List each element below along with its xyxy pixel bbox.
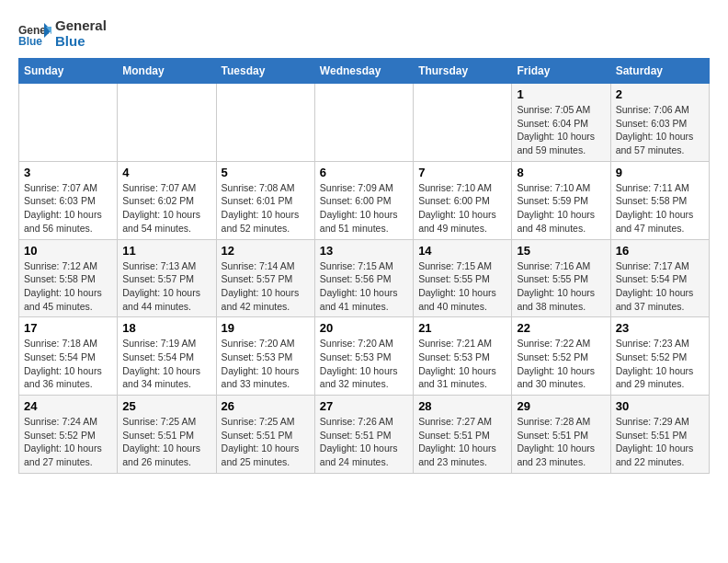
day-info: Sunrise: 7:24 AM Sunset: 5:52 PM Dayligh… (24, 415, 112, 469)
calendar-cell: 29Sunrise: 7:28 AM Sunset: 5:51 PM Dayli… (512, 396, 610, 474)
day-number: 23 (616, 321, 704, 335)
calendar-cell: 3Sunrise: 7:07 AM Sunset: 6:03 PM Daylig… (19, 161, 118, 239)
day-number: 11 (122, 244, 210, 258)
calendar-cell (216, 84, 314, 162)
day-number: 5 (222, 166, 310, 179)
day-number: 14 (418, 244, 506, 258)
calendar-cell: 9Sunrise: 7:11 AM Sunset: 5:58 PM Daylig… (610, 161, 709, 239)
calendar-week-row: 24Sunrise: 7:24 AM Sunset: 5:52 PM Dayli… (19, 396, 710, 474)
day-number: 30 (616, 399, 704, 413)
day-number: 7 (418, 166, 506, 179)
day-number: 15 (517, 244, 605, 258)
calendar-cell (118, 84, 216, 162)
calendar-cell: 24Sunrise: 7:24 AM Sunset: 5:52 PM Dayli… (19, 396, 118, 474)
calendar-cell: 30Sunrise: 7:29 AM Sunset: 5:51 PM Dayli… (610, 396, 709, 474)
day-number: 12 (222, 244, 310, 258)
calendar-cell: 14Sunrise: 7:15 AM Sunset: 5:55 PM Dayli… (414, 239, 512, 317)
day-info: Sunrise: 7:25 AM Sunset: 5:51 PM Dayligh… (222, 415, 310, 469)
day-number: 18 (122, 321, 210, 335)
day-info: Sunrise: 7:21 AM Sunset: 5:53 PM Dayligh… (418, 337, 506, 391)
svg-text:Blue: Blue (18, 35, 42, 47)
calendar-cell: 21Sunrise: 7:21 AM Sunset: 5:53 PM Dayli… (414, 317, 512, 396)
calendar-cell (19, 84, 118, 162)
day-number: 9 (616, 166, 704, 179)
day-number: 8 (517, 166, 605, 179)
calendar-cell: 19Sunrise: 7:20 AM Sunset: 5:53 PM Dayli… (216, 317, 314, 396)
calendar-cell: 18Sunrise: 7:19 AM Sunset: 5:54 PM Dayli… (118, 317, 216, 396)
day-info: Sunrise: 7:06 AM Sunset: 6:03 PM Dayligh… (616, 103, 704, 157)
calendar-cell: 28Sunrise: 7:27 AM Sunset: 5:51 PM Dayli… (414, 396, 512, 474)
calendar-cell: 7Sunrise: 7:10 AM Sunset: 6:00 PM Daylig… (414, 161, 512, 239)
calendar-week-row: 1Sunrise: 7:05 AM Sunset: 6:04 PM Daylig… (19, 84, 710, 162)
day-number: 20 (320, 321, 408, 335)
calendar-cell: 25Sunrise: 7:25 AM Sunset: 5:51 PM Dayli… (118, 396, 216, 474)
day-info: Sunrise: 7:08 AM Sunset: 6:01 PM Dayligh… (222, 181, 310, 236)
day-number: 4 (122, 166, 210, 179)
day-info: Sunrise: 7:15 AM Sunset: 5:55 PM Dayligh… (418, 259, 506, 314)
day-info: Sunrise: 7:05 AM Sunset: 6:04 PM Dayligh… (517, 103, 605, 157)
calendar-cell (414, 84, 512, 162)
day-info: Sunrise: 7:27 AM Sunset: 5:51 PM Dayligh… (418, 415, 506, 469)
logo-general: General (55, 17, 107, 33)
calendar-cell: 22Sunrise: 7:22 AM Sunset: 5:52 PM Dayli… (512, 317, 610, 396)
logo-blue: Blue (55, 33, 85, 49)
day-number: 13 (320, 244, 408, 258)
calendar-cell: 4Sunrise: 7:07 AM Sunset: 6:02 PM Daylig… (118, 161, 216, 239)
day-info: Sunrise: 7:09 AM Sunset: 6:00 PM Dayligh… (320, 181, 408, 236)
day-info: Sunrise: 7:15 AM Sunset: 5:56 PM Dayligh… (320, 259, 408, 314)
column-header-monday: Monday (118, 59, 216, 84)
calendar-cell: 17Sunrise: 7:18 AM Sunset: 5:54 PM Dayli… (19, 317, 118, 396)
day-number: 6 (320, 166, 408, 179)
day-number: 22 (517, 321, 605, 335)
calendar-week-row: 17Sunrise: 7:18 AM Sunset: 5:54 PM Dayli… (19, 317, 710, 396)
calendar-cell: 10Sunrise: 7:12 AM Sunset: 5:58 PM Dayli… (19, 239, 118, 317)
day-info: Sunrise: 7:16 AM Sunset: 5:55 PM Dayligh… (517, 259, 605, 314)
day-info: Sunrise: 7:14 AM Sunset: 5:57 PM Dayligh… (222, 259, 310, 314)
calendar-header-row: SundayMondayTuesdayWednesdayThursdayFrid… (19, 59, 710, 84)
day-info: Sunrise: 7:20 AM Sunset: 5:53 PM Dayligh… (222, 337, 310, 391)
calendar-cell: 1Sunrise: 7:05 AM Sunset: 6:04 PM Daylig… (512, 84, 610, 162)
calendar-cell (314, 84, 413, 162)
day-number: 24 (24, 399, 112, 413)
day-info: Sunrise: 7:10 AM Sunset: 6:00 PM Dayligh… (418, 181, 506, 236)
day-info: Sunrise: 7:07 AM Sunset: 6:03 PM Dayligh… (24, 181, 112, 236)
calendar-cell: 6Sunrise: 7:09 AM Sunset: 6:00 PM Daylig… (314, 161, 413, 239)
day-info: Sunrise: 7:13 AM Sunset: 5:57 PM Dayligh… (122, 259, 210, 314)
calendar-cell: 8Sunrise: 7:10 AM Sunset: 5:59 PM Daylig… (512, 161, 610, 239)
column-header-friday: Friday (512, 59, 610, 84)
column-header-saturday: Saturday (610, 59, 709, 84)
calendar-cell: 13Sunrise: 7:15 AM Sunset: 5:56 PM Dayli… (314, 239, 413, 317)
day-info: Sunrise: 7:28 AM Sunset: 5:51 PM Dayligh… (517, 415, 605, 469)
day-info: Sunrise: 7:11 AM Sunset: 5:58 PM Dayligh… (616, 181, 704, 236)
day-number: 29 (517, 399, 605, 413)
column-header-sunday: Sunday (19, 59, 118, 84)
day-info: Sunrise: 7:19 AM Sunset: 5:54 PM Dayligh… (122, 337, 210, 391)
day-info: Sunrise: 7:12 AM Sunset: 5:58 PM Dayligh… (24, 259, 112, 314)
day-number: 25 (122, 399, 210, 413)
calendar-cell: 23Sunrise: 7:23 AM Sunset: 5:52 PM Dayli… (610, 317, 709, 396)
calendar-cell: 12Sunrise: 7:14 AM Sunset: 5:57 PM Dayli… (216, 239, 314, 317)
day-info: Sunrise: 7:20 AM Sunset: 5:53 PM Dayligh… (320, 337, 408, 391)
day-number: 16 (616, 244, 704, 258)
calendar-cell: 26Sunrise: 7:25 AM Sunset: 5:51 PM Dayli… (216, 396, 314, 474)
day-number: 26 (222, 399, 310, 413)
day-number: 21 (418, 321, 506, 335)
day-number: 1 (517, 87, 605, 101)
calendar-cell: 27Sunrise: 7:26 AM Sunset: 5:51 PM Dayli… (314, 396, 413, 474)
day-info: Sunrise: 7:17 AM Sunset: 5:54 PM Dayligh… (616, 259, 704, 314)
day-info: Sunrise: 7:29 AM Sunset: 5:51 PM Dayligh… (616, 415, 704, 469)
calendar-table: SundayMondayTuesdayWednesdayThursdayFrid… (18, 58, 710, 474)
logo: General Blue General Blue (18, 18, 107, 49)
day-info: Sunrise: 7:25 AM Sunset: 5:51 PM Dayligh… (122, 415, 210, 469)
page-header: General Blue General Blue (18, 18, 710, 49)
day-number: 19 (222, 321, 310, 335)
day-info: Sunrise: 7:22 AM Sunset: 5:52 PM Dayligh… (517, 337, 605, 391)
calendar-cell: 16Sunrise: 7:17 AM Sunset: 5:54 PM Dayli… (610, 239, 709, 317)
calendar-cell: 15Sunrise: 7:16 AM Sunset: 5:55 PM Dayli… (512, 239, 610, 317)
logo-icon: General Blue (18, 21, 51, 47)
day-info: Sunrise: 7:18 AM Sunset: 5:54 PM Dayligh… (24, 337, 112, 391)
column-header-wednesday: Wednesday (314, 59, 413, 84)
day-info: Sunrise: 7:10 AM Sunset: 5:59 PM Dayligh… (517, 181, 605, 236)
day-info: Sunrise: 7:07 AM Sunset: 6:02 PM Dayligh… (122, 181, 210, 236)
day-number: 28 (418, 399, 506, 413)
